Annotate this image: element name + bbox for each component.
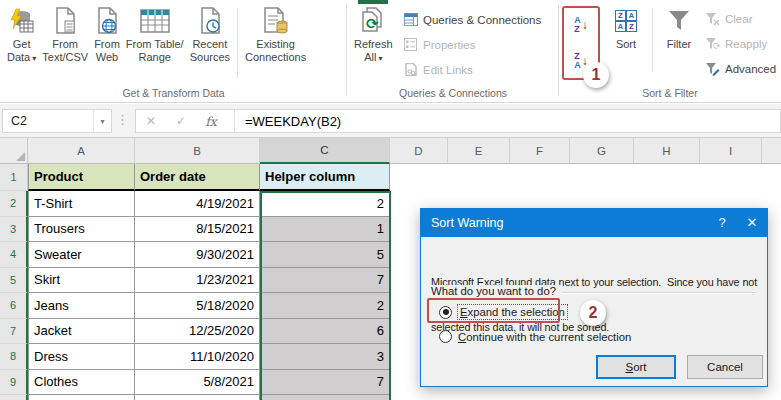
- row-header-2[interactable]: 2: [0, 191, 28, 217]
- name-box[interactable]: C2 ▾: [2, 109, 112, 133]
- column-header-g[interactable]: G: [570, 138, 634, 164]
- row-header-5[interactable]: 5: [0, 268, 28, 294]
- formula-bar: C2 ▾ ⋮ ✕ ✓ fx =WEEKDAY(B2): [0, 104, 781, 138]
- cell-helper[interactable]: 6: [260, 319, 390, 345]
- row-header-3[interactable]: 3: [0, 217, 28, 243]
- insert-function-button[interactable]: fx: [196, 114, 226, 129]
- group-label-queries-connections: Queries & Connections: [347, 87, 559, 99]
- cell-a1-product-header[interactable]: Product: [28, 164, 135, 191]
- cancel-entry-button[interactable]: ✕: [136, 114, 166, 128]
- cell-product[interactable]: Jeans: [28, 293, 135, 319]
- queries-connections-button[interactable]: Queries & Connections: [403, 7, 541, 32]
- refresh-all-button[interactable]: ⟳ Refresh All▾: [351, 4, 396, 67]
- cell-product[interactable]: Dress: [28, 344, 135, 370]
- cell-helper[interactable]: 7: [260, 370, 390, 396]
- row-header-9[interactable]: 9: [0, 370, 28, 396]
- from-web-label-1: From: [94, 38, 120, 51]
- clear-filter-button[interactable]: Clear: [705, 6, 776, 31]
- from-web-label-2: Web: [96, 51, 118, 64]
- cell-date[interactable]: 5/18/2020: [135, 293, 260, 319]
- cell-product[interactable]: Trousers: [28, 217, 135, 243]
- filter-button[interactable]: Filter: [658, 4, 700, 53]
- get-data-label-2: Data▾: [7, 51, 36, 65]
- cell-product[interactable]: Jacket: [28, 319, 135, 345]
- cell-date[interactable]: 8/15/2021: [135, 217, 260, 243]
- column-header-d[interactable]: D: [390, 138, 448, 164]
- from-table-range-button[interactable]: From Table/ Range: [123, 4, 187, 66]
- edit-links-label: Edit Links: [423, 64, 473, 76]
- queries-connections-label: Queries & Connections: [423, 14, 541, 26]
- reapply-filter-button[interactable]: ⟳ Reapply: [705, 31, 776, 56]
- cell-product[interactable]: Sweater: [28, 242, 135, 268]
- svg-text:⟳: ⟳: [366, 15, 379, 33]
- from-web-button[interactable]: From Web: [91, 4, 123, 66]
- cell-date[interactable]: 12/25/2020: [135, 319, 260, 345]
- sort-warning-dialog: Sort Warning ? ✕ Microsoft Excel found d…: [420, 208, 768, 387]
- cell-product[interactable]: T-Shirt: [28, 191, 135, 217]
- cell-helper[interactable]: 1: [260, 217, 390, 243]
- properties-button[interactable]: Properties: [403, 32, 541, 57]
- sort-confirm-button[interactable]: Sort: [596, 355, 676, 379]
- row-header-10[interactable]: 10: [0, 395, 28, 400]
- queries-connections-icon: [403, 12, 418, 27]
- cell-helper-active[interactable]: 2: [260, 191, 390, 217]
- recent-sources-label-1: Recent: [192, 38, 227, 51]
- cell-date[interactable]: 4/19/2021: [135, 191, 260, 217]
- checkmark-icon: ✓: [176, 114, 186, 128]
- cell-helper[interactable]: 2: [260, 293, 390, 319]
- cell-helper[interactable]: 7: [260, 268, 390, 294]
- help-icon: ?: [718, 215, 725, 230]
- get-data-button[interactable]: Get Data▾: [4, 4, 39, 67]
- cell-product[interactable]: Skirt: [28, 268, 135, 294]
- row-header-8[interactable]: 8: [0, 344, 28, 370]
- advanced-filter-icon: [705, 61, 720, 76]
- row-header-7[interactable]: 7: [0, 319, 28, 345]
- existing-connections-button[interactable]: Existing Connections: [242, 4, 309, 66]
- cell-helper[interactable]: 5: [260, 242, 390, 268]
- name-box-dropdown[interactable]: ▾: [93, 110, 111, 132]
- formula-input[interactable]: =WEEKDAY(B2): [235, 114, 341, 129]
- column-header-i[interactable]: I: [700, 138, 762, 164]
- fx-icon: fx: [205, 114, 217, 129]
- column-header-a[interactable]: A: [28, 138, 135, 164]
- cell-product[interactable]: Clothes: [28, 370, 135, 396]
- column-header-c[interactable]: C: [260, 138, 390, 164]
- cell-product[interactable]: Pillow: [28, 395, 135, 400]
- cancel-x-icon: ✕: [146, 114, 156, 128]
- group-label-sort-filter: Sort & Filter: [559, 87, 781, 99]
- row-header-6[interactable]: 6: [0, 293, 28, 319]
- cell-date[interactable]: 9/10/2020: [135, 395, 260, 400]
- table-range-icon: [140, 6, 170, 36]
- cell-c1-helper-column-header[interactable]: Helper column: [260, 164, 390, 191]
- dialog-help-button[interactable]: ?: [707, 209, 737, 237]
- column-header-b[interactable]: B: [135, 138, 260, 164]
- cancel-button[interactable]: Cancel: [687, 355, 763, 379]
- radio-continue-selection[interactable]: Continue with the current selection: [439, 330, 631, 343]
- group-label-get-transform: Get & Transform Data: [0, 87, 347, 99]
- enter-entry-button[interactable]: ✓: [166, 114, 196, 128]
- column-header-filler: [762, 138, 781, 164]
- cell-date[interactable]: 11/10/2020: [135, 344, 260, 370]
- column-header-f[interactable]: F: [510, 138, 570, 164]
- select-all-corner[interactable]: [0, 138, 28, 164]
- cell-date[interactable]: 5/8/2021: [135, 370, 260, 396]
- edit-links-button[interactable]: Edit Links: [403, 57, 541, 82]
- recent-sources-button[interactable]: Recent Sources: [187, 4, 233, 66]
- column-header-e[interactable]: E: [448, 138, 510, 164]
- row-header-1[interactable]: 1: [0, 164, 28, 191]
- filter-funnel-icon: [667, 6, 691, 36]
- cell-helper[interactable]: 5: [260, 395, 390, 400]
- from-text-csv-button[interactable]: From Text/CSV: [39, 4, 91, 66]
- cell-date[interactable]: 1/23/2021: [135, 268, 260, 294]
- sort-button-label: Sort: [625, 361, 646, 373]
- ribbon: Get Data▾ From Text/CSV From Web: [0, 0, 781, 103]
- column-header-h[interactable]: H: [634, 138, 700, 164]
- cell-date[interactable]: 9/30/2021: [135, 242, 260, 268]
- cell-b1-order-date-header[interactable]: Order date: [135, 164, 260, 191]
- advanced-filter-button[interactable]: Advanced: [705, 56, 776, 81]
- sort-button[interactable]: ZAAZ Sort: [605, 4, 647, 53]
- cell-helper[interactable]: 3: [260, 344, 390, 370]
- dialog-close-button[interactable]: ✕: [737, 209, 767, 237]
- radio-unselected-icon: [439, 330, 452, 343]
- row-header-4[interactable]: 4: [0, 242, 28, 268]
